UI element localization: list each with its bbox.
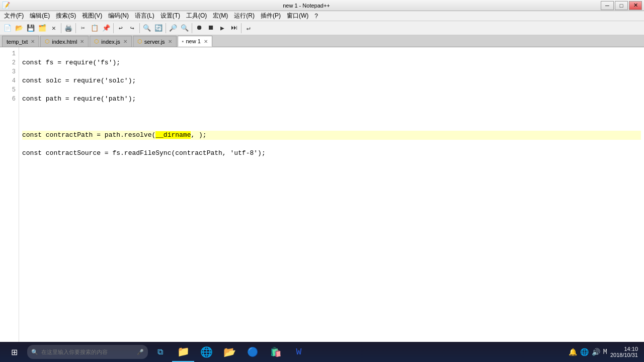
- menubar: 文件(F) 编辑(E) 搜索(S) 视图(V) 编码(N) 语言(L) 设置(T…: [0, 11, 644, 21]
- taskbar-store[interactable]: 🛍️: [265, 342, 287, 362]
- tab-index-html[interactable]: ⬡ index.html ✕: [40, 36, 89, 47]
- menu-search[interactable]: 搜索(S): [53, 11, 79, 21]
- ime-icon[interactable]: M: [603, 348, 607, 356]
- zoom-out-button[interactable]: 🔍: [179, 23, 190, 34]
- line-numbers: 1 2 3 4 5 6: [0, 47, 19, 350]
- menu-run[interactable]: 运行(R): [231, 11, 258, 21]
- taskbar: ⊞ 🔍 🎤 ⧉ 📁 🌐 📂 🔵 🛍️ W 🔔 🌐 🔊 M 14:10 2018/…: [0, 342, 644, 362]
- tab-index-html-label: index.html: [52, 39, 77, 45]
- tab-server-js-close[interactable]: ✕: [168, 39, 172, 44]
- taskbar-search-input[interactable]: [27, 345, 148, 359]
- tab-temp-txt-close[interactable]: ✕: [31, 39, 35, 44]
- menu-edit[interactable]: 编辑(E): [27, 11, 53, 21]
- tab-temp-txt-label: temp_txt: [7, 39, 28, 45]
- macro-record-button[interactable]: ⏺: [194, 23, 205, 34]
- line-num-2: 2: [0, 58, 16, 67]
- save-all-button[interactable]: 🗂️: [37, 23, 48, 34]
- search-icon: 🔍: [31, 349, 38, 355]
- tab-new1-icon: ▪: [182, 38, 184, 44]
- line-num-1: 1: [0, 49, 16, 58]
- tab-index-js-label: index.js: [101, 39, 120, 45]
- toolbar-sep-4: [139, 23, 140, 33]
- toolbar: 📄 📂 💾 🗂️ ✕ 🖨️ ✂️ 📋 📌 ↩ ↪ 🔍 🔄 🔎 🔍 ⏺ ⏹ ▶ ⏭…: [0, 21, 644, 35]
- code-line-5: const contractPath = path.resolve(__dirn…: [22, 131, 641, 140]
- taskview-button[interactable]: ⧉: [149, 342, 171, 362]
- menu-macro[interactable]: 宏(M): [210, 11, 231, 21]
- save-button[interactable]: 💾: [25, 23, 36, 34]
- paste-button[interactable]: 📌: [101, 23, 112, 34]
- close-doc-button[interactable]: ✕: [48, 23, 59, 34]
- cut-button[interactable]: ✂️: [77, 23, 89, 34]
- undo-button[interactable]: ↩: [115, 23, 126, 34]
- code-line-1: const fs = require('fs');: [22, 58, 641, 67]
- tab-server-js-icon: ⬡: [137, 38, 142, 45]
- macro-run-multiple-button[interactable]: ⏭: [228, 23, 239, 34]
- tab-index-js[interactable]: ⬡ index.js ✕: [90, 36, 131, 47]
- titlebar-title: new 1 - Notepad++: [12, 3, 601, 9]
- open-button[interactable]: 📂: [14, 23, 25, 34]
- code-line-6: const contractSource = fs.readFileSync(c…: [22, 149, 641, 158]
- menu-view[interactable]: 视图(V): [79, 11, 105, 21]
- tab-index-js-close[interactable]: ✕: [123, 39, 127, 44]
- menu-encoding[interactable]: 编码(N): [105, 11, 132, 21]
- tab-temp-txt[interactable]: temp_txt ✕: [2, 36, 39, 47]
- menu-file[interactable]: 文件(F): [1, 11, 27, 21]
- zoom-in-button[interactable]: 🔎: [168, 23, 179, 34]
- notification-icon[interactable]: 🔔: [569, 348, 577, 356]
- line-num-3: 3: [0, 67, 16, 76]
- tab-index-html-close[interactable]: ✕: [80, 39, 84, 44]
- taskbar-right: 🔔 🌐 🔊 M 14:10 2018/10/31: [569, 346, 642, 358]
- taskbar-file-explorer[interactable]: 📁: [172, 342, 194, 362]
- volume-icon[interactable]: 🔊: [592, 348, 600, 356]
- highlighted-word: __dirname: [155, 131, 191, 139]
- replace-button[interactable]: 🔄: [153, 23, 164, 34]
- menu-window[interactable]: 窗口(W): [284, 11, 311, 21]
- network-icon[interactable]: 🌐: [580, 348, 589, 356]
- word-wrap-button[interactable]: ↵: [243, 23, 254, 34]
- copy-button[interactable]: 📋: [89, 23, 100, 34]
- tab-new1-close[interactable]: ✕: [204, 39, 208, 44]
- microphone-icon[interactable]: 🎤: [137, 349, 144, 355]
- start-button[interactable]: ⊞: [2, 342, 26, 362]
- minimize-button[interactable]: ─: [601, 1, 614, 10]
- tab-server-js-label: server.js: [144, 39, 165, 45]
- line-num-6: 6: [0, 95, 16, 104]
- taskbar-edge[interactable]: 🌐: [195, 342, 217, 362]
- menu-tools[interactable]: 工具(O): [183, 11, 210, 21]
- close-button[interactable]: ✕: [629, 1, 642, 10]
- titlebar-controls: ─ □ ✕: [601, 1, 642, 10]
- menu-help[interactable]: ?: [311, 12, 321, 21]
- maximize-button[interactable]: □: [615, 1, 628, 10]
- new-button[interactable]: 📄: [2, 23, 13, 34]
- titlebar-icon: 📝: [2, 2, 10, 9]
- toolbar-sep-2: [75, 23, 76, 33]
- toolbar-sep-6: [192, 23, 192, 33]
- macro-stop-button[interactable]: ⏹: [205, 23, 216, 34]
- print-button[interactable]: 🖨️: [63, 23, 74, 34]
- code-line-3: const path = require('path');: [22, 95, 641, 104]
- code-editor[interactable]: const fs = require('fs'); const solc = r…: [19, 47, 644, 350]
- tab-new1-label: new 1: [186, 38, 201, 44]
- tab-index-js-icon: ⬡: [94, 38, 99, 45]
- tabbar: temp_txt ✕ ⬡ index.html ✕ ⬡ index.js ✕ ⬡…: [0, 35, 644, 47]
- toolbar-sep-1: [61, 23, 61, 33]
- tab-new1[interactable]: ▪ new 1 ✕: [178, 36, 212, 47]
- macro-play-button[interactable]: ▶: [217, 23, 228, 34]
- clock-time: 14:10: [610, 346, 638, 352]
- toolbar-sep-3: [113, 23, 114, 33]
- system-clock[interactable]: 14:10 2018/10/31: [610, 346, 638, 358]
- redo-button[interactable]: ↪: [127, 23, 138, 34]
- menu-language[interactable]: 语言(L): [132, 11, 157, 21]
- menu-settings[interactable]: 设置(T): [157, 11, 183, 21]
- menu-plugin[interactable]: 插件(P): [258, 11, 284, 21]
- taskbar-word[interactable]: W: [288, 342, 310, 362]
- find-button[interactable]: 🔍: [141, 23, 152, 34]
- tab-server-js[interactable]: ⬡ server.js ✕: [133, 36, 177, 47]
- clock-date: 2018/10/31: [610, 352, 638, 358]
- toolbar-sep-5: [166, 23, 166, 33]
- code-line-4: [22, 113, 641, 122]
- taskbar-chrome[interactable]: 🔵: [242, 342, 264, 362]
- search-container: 🔍 🎤: [27, 345, 148, 359]
- line-num-4: 4: [0, 76, 16, 85]
- taskbar-folder[interactable]: 📂: [218, 342, 240, 362]
